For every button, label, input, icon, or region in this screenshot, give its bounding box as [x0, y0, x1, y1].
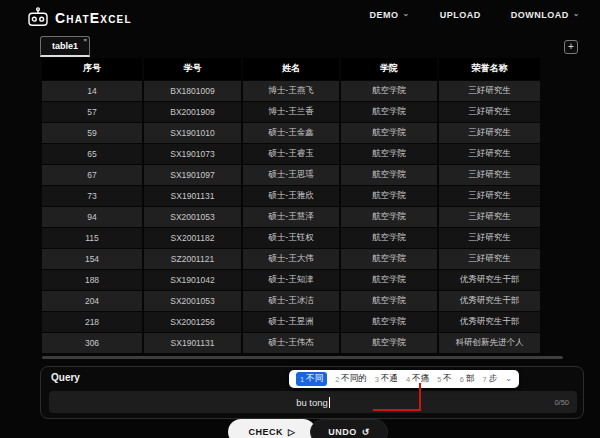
table-cell: 优秀研究生干部 — [438, 269, 540, 290]
ime-candidate-text: 不同的 — [341, 373, 367, 385]
table-cell: 14 — [42, 80, 143, 101]
ime-candidate-number: 7 — [483, 375, 487, 384]
table-cell: 57 — [42, 101, 143, 122]
horizontal-scrollbar[interactable] — [42, 356, 563, 359]
ime-candidate[interactable]: 7步 — [483, 373, 498, 385]
table-cell: 博士-王燕飞 — [242, 80, 340, 101]
ime-candidate-text: 部 — [466, 373, 475, 385]
table-cell: 航空学院 — [340, 122, 438, 143]
ime-candidate-number: 5 — [437, 375, 441, 384]
table-row: 14BX1801009博士-王燕飞航空学院三好研究生 — [42, 80, 540, 101]
table-cell: 73 — [42, 185, 143, 206]
table-cell: 航空学院 — [340, 311, 438, 332]
ime-candidate[interactable]: 6部 — [460, 373, 475, 385]
table-row: 188SX1901042硕士-王知津航空学院优秀研究生干部 — [42, 269, 540, 290]
table-cell: 博士-王兰香 — [242, 101, 340, 122]
table-cell: 航空学院 — [340, 185, 438, 206]
table-cell: 科研创新先进个人 — [438, 332, 540, 353]
query-input[interactable]: bu tong 0/50 — [49, 391, 577, 413]
table-cell: 硕士-王知津 — [242, 269, 340, 290]
ime-candidate[interactable]: 5不 — [437, 373, 452, 385]
table-cell: 航空学院 — [340, 248, 438, 269]
ime-candidate-bar: 1不同2不同的3不通4不痛5不6部7步 ⌄ — [289, 370, 519, 388]
top-nav: DEMO ⌄ UPLOAD DOWNLOAD ⌄ — [370, 10, 580, 20]
table-cell: 硕士-王伟杰 — [242, 332, 340, 353]
table-cell: 三好研究生 — [438, 248, 540, 269]
table-cell: 航空学院 — [340, 269, 438, 290]
ime-candidate-number: 3 — [375, 375, 379, 384]
table-cell: 三好研究生 — [438, 143, 540, 164]
table-cell: 59 — [42, 122, 143, 143]
close-icon[interactable]: × — [84, 37, 88, 43]
tab-table1-label: table1 — [52, 41, 78, 51]
table-cell: SX2001182 — [143, 227, 242, 248]
table-cell: 优秀研究生干部 — [438, 290, 540, 311]
table-cell: 94 — [42, 206, 143, 227]
table-cell: SX2001053 — [143, 206, 242, 227]
chevron-down-icon: ⌄ — [403, 10, 410, 18]
table-cell: 306 — [42, 332, 143, 353]
ime-candidate-number: 2 — [335, 375, 339, 384]
table-cell: 硕士-王冰洁 — [242, 290, 340, 311]
table-cell: 204 — [42, 290, 143, 311]
table-cell: 硕士-王昱洲 — [242, 311, 340, 332]
table-cell: 航空学院 — [340, 227, 438, 248]
undo-icon: ↺ — [362, 427, 370, 437]
ime-candidate[interactable]: 1不同 — [296, 372, 327, 386]
nav-download-label: DOWNLOAD — [511, 10, 569, 20]
table-cell: 三好研究生 — [438, 185, 540, 206]
add-table-button[interactable]: + — [564, 40, 578, 54]
table-row: 115SX2001182硕士-王钰权航空学院三好研究生 — [42, 227, 540, 248]
table-cell: 航空学院 — [340, 80, 438, 101]
ime-candidate[interactable]: 3不通 — [375, 373, 398, 385]
table-cell: 航空学院 — [340, 290, 438, 311]
ime-candidate-text: 不同 — [306, 373, 323, 385]
table-cell: 188 — [42, 269, 143, 290]
nav-demo[interactable]: DEMO ⌄ — [370, 10, 410, 20]
ime-candidate-number: 6 — [460, 375, 464, 384]
table-row: 67SX1901097硕士-王思瑶航空学院三好研究生 — [42, 164, 540, 185]
chevron-down-icon[interactable]: ⌄ — [505, 374, 512, 383]
table-cell: 65 — [42, 143, 143, 164]
text-cursor — [329, 397, 330, 408]
nav-upload[interactable]: UPLOAD — [440, 10, 481, 20]
table-cell: 三好研究生 — [438, 206, 540, 227]
table-cell: 硕士-王雅欣 — [242, 185, 340, 206]
table-row: 73SX1901131硕士-王雅欣航空学院三好研究生 — [42, 185, 540, 206]
table-cell: 航空学院 — [340, 206, 438, 227]
ime-candidate[interactable]: 2不同的 — [335, 373, 367, 385]
table-cell: 硕士-王慧泽 — [242, 206, 340, 227]
table-cell: 硕士-王大伟 — [242, 248, 340, 269]
check-button[interactable]: CHECK ▷ — [228, 419, 316, 438]
table-header-row: 序号学号姓名学院荣誉名称 — [42, 58, 540, 80]
table-cell: SX1901131 — [143, 185, 242, 206]
table-cell: SX1901097 — [143, 164, 242, 185]
column-header: 学院 — [340, 58, 438, 80]
data-table-container: 序号学号姓名学院荣誉名称 14BX1801009博士-王燕飞航空学院三好研究生5… — [42, 58, 540, 353]
table-cell: 218 — [42, 311, 143, 332]
undo-button[interactable]: UNDO ↺ — [310, 419, 388, 438]
table-cell: SX1901131 — [143, 332, 242, 353]
table-cell: BX2001909 — [143, 101, 242, 122]
data-table: 序号学号姓名学院荣誉名称 14BX1801009博士-王燕飞航空学院三好研究生5… — [42, 58, 540, 353]
nav-upload-label: UPLOAD — [440, 10, 481, 20]
ime-candidate-number: 4 — [406, 375, 410, 384]
brand: CHATEXCEL — [27, 7, 132, 28]
tab-table1[interactable]: table1 × — [40, 36, 90, 57]
check-button-label: CHECK — [249, 427, 284, 437]
ime-candidate-text: 不痛 — [412, 373, 429, 385]
column-header: 序号 — [42, 58, 143, 80]
table-cell: 硕士-王思瑶 — [242, 164, 340, 185]
chevron-down-icon: ⌄ — [573, 10, 580, 18]
table-cell: 航空学院 — [340, 101, 438, 122]
ime-candidate[interactable]: 4不痛 — [406, 373, 429, 385]
table-row: 59SX1901010硕士-王金鑫航空学院三好研究生 — [42, 122, 540, 143]
table-cell: 三好研究生 — [438, 80, 540, 101]
chatexcel-app: CHATEXCEL DEMO ⌄ UPLOAD DOWNLOAD ⌄ table… — [0, 0, 600, 438]
ime-candidate-text: 步 — [489, 373, 498, 385]
nav-download[interactable]: DOWNLOAD ⌄ — [511, 10, 580, 20]
table-cell: SX1901042 — [143, 269, 242, 290]
ime-candidate-list: 1不同2不同的3不通4不痛5不6部7步 — [296, 372, 497, 386]
column-header: 学号 — [143, 58, 242, 80]
table-row: 94SX2001053硕士-王慧泽航空学院三好研究生 — [42, 206, 540, 227]
